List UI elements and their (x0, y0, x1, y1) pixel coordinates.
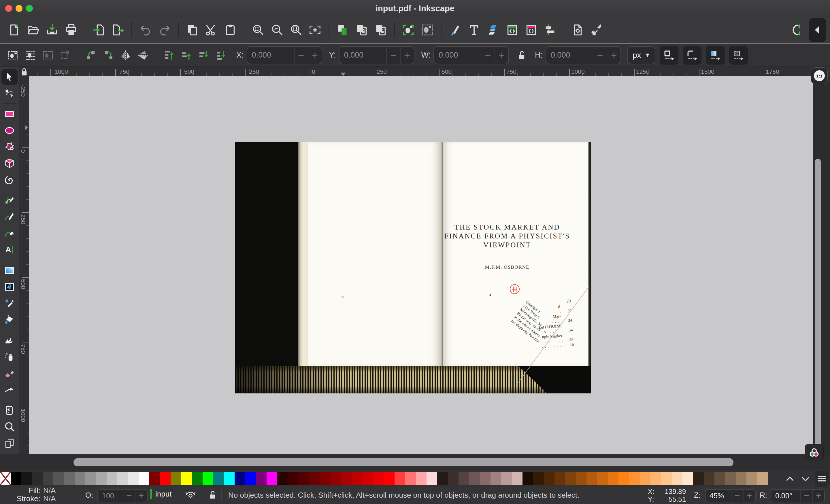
preferences-button[interactable] (587, 21, 606, 39)
vertical-ruler[interactable]: -25002505007501000 (19, 76, 29, 454)
scale-corners-toggle[interactable] (683, 46, 701, 65)
undo-button[interactable] (136, 21, 155, 39)
flip-vertical-button[interactable] (134, 47, 152, 64)
zoom-increment-button[interactable]: + (743, 490, 755, 502)
palette-swatch[interactable] (53, 472, 64, 485)
layer-widget[interactable]: input (150, 489, 171, 499)
palette-swatch[interactable] (597, 472, 608, 485)
tool-spray[interactable] (1, 349, 18, 365)
palette-swatch[interactable] (533, 472, 544, 485)
group-button[interactable] (399, 21, 418, 39)
tool-box-3d[interactable] (1, 156, 18, 171)
zoom-1-1-button[interactable]: 1:1 (811, 67, 828, 84)
move-gradients-toggle[interactable] (706, 46, 725, 65)
palette-swatch[interactable] (330, 472, 341, 485)
tool-zoom[interactable] (1, 419, 18, 435)
palette-swatch[interactable] (576, 472, 586, 485)
paste-button[interactable] (221, 21, 240, 39)
palette-swatch[interactable] (586, 472, 597, 485)
palette-swatch[interactable] (11, 472, 21, 485)
palette-swatch[interactable] (501, 472, 512, 485)
export-button[interactable] (108, 21, 127, 39)
tool-spiral[interactable] (1, 172, 18, 188)
palette-swatch[interactable] (522, 472, 533, 485)
height-input[interactable]: 0.000 − + (546, 46, 621, 64)
tool-calligraphy[interactable] (1, 226, 18, 241)
fill-value[interactable]: N/A (43, 486, 56, 495)
rotation-decrement-button[interactable]: − (800, 490, 812, 502)
fill-stroke-dialog-button[interactable] (446, 21, 465, 39)
select-all-layers-button[interactable] (22, 47, 39, 64)
palette-swatch[interactable] (107, 472, 117, 485)
palette-swatch[interactable] (288, 472, 298, 485)
rotation-input[interactable]: 0.00° − + (771, 489, 825, 502)
tool-gradient[interactable] (1, 263, 18, 278)
palette-swatch[interactable] (618, 472, 629, 485)
palette-swatch[interactable] (544, 472, 554, 485)
raise-to-top-button[interactable] (160, 47, 178, 64)
width-decrement-button[interactable]: − (481, 47, 494, 64)
document-properties-button[interactable] (568, 21, 587, 39)
tool-connector[interactable] (1, 382, 18, 397)
unit-select[interactable]: px ▼ (628, 46, 656, 64)
palette-swatch[interactable] (160, 472, 170, 485)
unlink-clone-button[interactable] (371, 21, 390, 39)
tool-pages[interactable] (1, 435, 18, 451)
palette-swatch[interactable] (202, 472, 213, 485)
tool-pencil[interactable] (1, 209, 18, 225)
rotate-ccw-button[interactable] (83, 47, 100, 64)
palette-swatch[interactable] (117, 472, 128, 485)
tool-ellipse[interactable] (1, 123, 18, 138)
x-increment-button[interactable]: + (308, 47, 322, 64)
palette-swatch[interactable] (394, 472, 405, 485)
palette-scroll-up-button[interactable] (783, 472, 797, 485)
palette-swatch[interactable] (565, 472, 576, 485)
palette-swatch[interactable] (320, 472, 330, 485)
palette-swatch[interactable] (384, 472, 394, 485)
rotation-increment-button[interactable]: + (812, 490, 824, 502)
select-all-button[interactable] (5, 47, 22, 64)
tool-dropper[interactable] (1, 296, 18, 311)
palette-swatch[interactable] (245, 472, 256, 485)
select-touch-button[interactable] (57, 47, 74, 64)
zoom-page-button[interactable] (286, 21, 306, 39)
palette-swatch[interactable] (693, 472, 704, 485)
palette-swatch[interactable] (309, 472, 320, 485)
palette-swatch[interactable] (139, 472, 149, 485)
palette-swatch[interactable] (426, 472, 437, 485)
object-properties-button[interactable] (522, 21, 541, 39)
layer-lock-toggle[interactable] (206, 489, 219, 501)
xml-editor-button[interactable] (503, 21, 522, 39)
horizontal-scrollbar[interactable] (0, 454, 830, 470)
palette-swatch[interactable] (170, 472, 181, 485)
drawing-canvas[interactable]: THE STOCK MARKET AND FINANCE FROM A PHYS… (29, 76, 813, 454)
tool-mesh[interactable] (1, 279, 18, 295)
print-button[interactable] (62, 21, 81, 39)
tool-pen[interactable] (1, 193, 18, 208)
palette-swatch[interactable] (416, 472, 426, 485)
palette-swatch-none[interactable] (0, 472, 11, 485)
palette-swatch[interactable] (661, 472, 672, 485)
palette-swatch[interactable] (64, 472, 75, 485)
opacity-decrement-button[interactable]: − (123, 490, 135, 502)
palette-swatch[interactable] (650, 472, 661, 485)
palette-swatch[interactable] (213, 472, 224, 485)
palette-swatch[interactable] (96, 472, 107, 485)
vertical-scrollbar-thumb[interactable] (815, 159, 821, 452)
palette-swatch[interactable] (736, 472, 746, 485)
palette-swatch[interactable] (469, 472, 480, 485)
scale-stroke-toggle[interactable] (660, 46, 678, 65)
tool-eraser[interactable] (1, 366, 18, 381)
opacity-input[interactable]: 100 − + (97, 489, 148, 502)
zoom-selection-button[interactable] (248, 21, 267, 39)
palette-swatch[interactable] (266, 472, 277, 485)
palette-swatch[interactable] (149, 472, 160, 485)
palette-swatch[interactable] (85, 472, 96, 485)
palette-swatch[interactable] (672, 472, 682, 485)
palette-swatch[interactable] (234, 472, 245, 485)
palette-swatch[interactable] (437, 472, 448, 485)
palette-swatch[interactable] (32, 472, 43, 485)
palette-swatch[interactable] (128, 472, 139, 485)
duplicate-button[interactable] (333, 21, 352, 39)
copy-button[interactable] (183, 21, 202, 39)
